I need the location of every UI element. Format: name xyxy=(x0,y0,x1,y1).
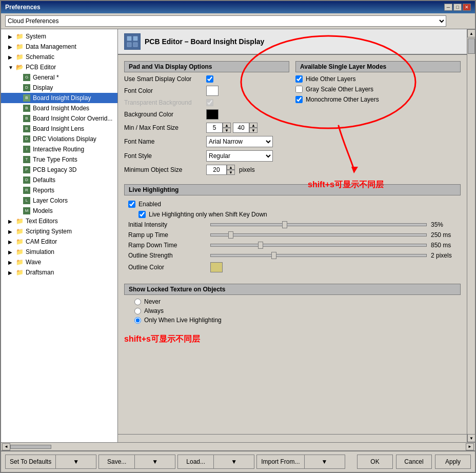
outline-strength-row: Outline Strength 2 pixels xyxy=(128,252,457,259)
sidebar-item-drc-violations-display[interactable]: D DRC Violations Display xyxy=(1,134,117,144)
min-object-down-btn[interactable]: ▼ xyxy=(227,170,235,175)
min-object-unit: pixels xyxy=(239,166,255,173)
min-object-size-label: Minimum Object Size xyxy=(124,166,206,173)
set-defaults-button[interactable]: Set To Defaults xyxy=(5,455,55,469)
sidebar-item-layer-colors[interactable]: L Layer Colors xyxy=(1,195,117,206)
load-arrow-btn[interactable]: ▼ xyxy=(213,455,254,469)
sidebar-item-label: PCB Legacy 3D xyxy=(33,166,76,173)
sidebar-item-general[interactable]: G General * xyxy=(1,72,117,83)
hide-other-layers-checkbox[interactable] xyxy=(295,75,303,83)
sidebar-item-defaults[interactable]: D Defaults xyxy=(1,175,117,185)
min-font-up-btn[interactable]: ▲ xyxy=(223,123,231,128)
sidebar-item-board-insight-lens[interactable]: B Board Insight Lens xyxy=(1,124,117,134)
sidebar-item-wave[interactable]: ▶ 📁 Wave xyxy=(1,257,117,267)
scroll-track[interactable] xyxy=(467,37,475,434)
scroll-left-btn[interactable]: ◄ xyxy=(2,443,10,450)
scroll-up-btn[interactable]: ▲ xyxy=(467,29,475,37)
gray-scale-checkbox[interactable] xyxy=(295,86,303,93)
sidebar-item-models[interactable]: M Models xyxy=(1,206,117,216)
folder-icon: 📁 xyxy=(15,268,24,277)
max-font-up-btn[interactable]: ▲ xyxy=(249,123,257,128)
h-scroll-track[interactable] xyxy=(10,445,466,449)
only-when-live-radio[interactable] xyxy=(134,317,141,324)
scroll-thumb[interactable] xyxy=(468,38,475,54)
outline-strength-track[interactable] xyxy=(210,254,427,257)
font-color-control xyxy=(206,86,219,96)
max-font-input[interactable] xyxy=(233,123,249,133)
save-arrow-btn[interactable]: ▼ xyxy=(134,455,175,469)
sidebar-item-system[interactable]: ▶ 📁 System xyxy=(1,31,117,42)
sidebar-item-schematic[interactable]: ▶ 📁 Schematic xyxy=(1,52,117,62)
vertical-scrollbar[interactable]: ▲ ▼ xyxy=(467,29,475,442)
close-button[interactable]: ✕ xyxy=(463,4,471,11)
enabled-checkbox[interactable] xyxy=(128,201,135,208)
svg-rect-2 xyxy=(133,36,137,41)
hide-other-layers-row: Hide Other Layers xyxy=(295,75,461,83)
h-scroll-thumb[interactable] xyxy=(10,445,51,449)
scroll-down-btn[interactable]: ▼ xyxy=(467,434,475,442)
h-scrollbar-track[interactable] xyxy=(118,434,467,442)
min-font-input[interactable] xyxy=(206,123,223,133)
sidebar-item-scripting-system[interactable]: ▶ 📁 Scripting System xyxy=(1,226,117,236)
never-radio[interactable] xyxy=(134,299,141,305)
min-object-up-btn[interactable]: ▲ xyxy=(227,165,235,170)
sidebar-item-label: Schematic xyxy=(26,53,54,61)
initial-intensity-track[interactable] xyxy=(210,223,427,226)
panel-header: PCB Editor – Board Insight Display xyxy=(118,29,467,55)
set-defaults-arrow-btn[interactable]: ▼ xyxy=(55,455,96,469)
sidebar-item-board-insight-color-override[interactable]: B Board Insight Color Overrid... xyxy=(1,113,117,124)
sidebar-item-display[interactable]: D Display xyxy=(1,83,117,93)
sidebar-item-cam-editor[interactable]: ▶ 📁 CAM Editor xyxy=(1,236,117,247)
spacer xyxy=(15,167,23,173)
sidebar-item-reports[interactable]: R Reports xyxy=(1,185,117,195)
ramp-down-time-track[interactable] xyxy=(210,244,427,247)
ramp-up-time-thumb[interactable] xyxy=(228,231,233,239)
min-object-input[interactable] xyxy=(206,165,227,175)
sidebar-item-text-editors[interactable]: ▶ 📁 Text Editors xyxy=(1,216,117,226)
sidebar-item-board-insight-display[interactable]: B Board Insight Display xyxy=(1,93,117,103)
single-layer-section-header: Available Single Layer Modes xyxy=(295,61,461,72)
max-font-spinbox-btns: ▲ ▼ xyxy=(249,123,257,133)
font-name-dropdown[interactable]: Arial Narrow Arial Courier New Times New… xyxy=(206,136,273,147)
sidebar-item-pcb-legacy-3d[interactable]: P PCB Legacy 3D xyxy=(1,165,117,175)
initial-intensity-thumb[interactable] xyxy=(282,221,287,228)
shift-key-checkbox[interactable] xyxy=(138,211,146,218)
sidebar-item-data-management[interactable]: ▶ 📁 Data Management xyxy=(1,42,117,52)
sidebar-h-scrollbar[interactable]: ◄ ► xyxy=(1,442,475,450)
outline-strength-thumb[interactable] xyxy=(271,252,276,259)
outline-color-box[interactable] xyxy=(210,262,223,272)
cancel-button[interactable]: Cancel xyxy=(396,455,432,469)
sidebar-item-label: System xyxy=(26,33,46,40)
sidebar-item-pcb-editor[interactable]: ▼ 📂 PCB Editor xyxy=(1,62,117,72)
max-font-down-btn[interactable]: ▼ xyxy=(249,128,257,133)
sidebar-item-board-insight-modes[interactable]: B Board Insight Modes xyxy=(1,103,117,113)
ok-button[interactable]: OK xyxy=(357,455,393,469)
font-color-box[interactable] xyxy=(206,86,219,96)
sidebar-item-interactive-routing[interactable]: I Interactive Routing xyxy=(1,144,117,154)
import-from-arrow-btn[interactable]: ▼ xyxy=(304,455,345,469)
maximize-button[interactable]: □ xyxy=(453,4,462,11)
main-content: ▶ 📁 System ▶ 📁 Data Management ▶ 📁 Schem… xyxy=(1,29,475,442)
import-from-button[interactable]: Import From... xyxy=(256,455,304,469)
ramp-down-time-thumb[interactable] xyxy=(258,242,263,249)
scroll-right-btn[interactable]: ► xyxy=(466,443,474,450)
smart-display-checkbox[interactable] xyxy=(206,75,213,83)
load-button[interactable]: Load... xyxy=(177,455,213,469)
min-font-down-btn[interactable]: ▼ xyxy=(223,128,231,133)
always-radio[interactable] xyxy=(134,308,141,314)
background-color-box[interactable] xyxy=(206,109,219,120)
sidebar-item-draftsman[interactable]: ▶ 📁 Draftsman xyxy=(1,267,117,278)
arrow-icon: ▶ xyxy=(8,219,15,224)
apply-button[interactable]: Apply xyxy=(435,455,471,469)
monochrome-checkbox[interactable] xyxy=(295,96,303,103)
cloud-preferences-dropdown[interactable]: Cloud Preferences xyxy=(5,15,446,27)
ramp-up-time-track[interactable] xyxy=(210,233,427,236)
sidebar-item-simulation[interactable]: ▶ 📁 Simulation xyxy=(1,247,117,257)
save-button[interactable]: Save... xyxy=(98,455,134,469)
font-style-dropdown[interactable]: Regular Bold Italic Bold Italic xyxy=(206,150,273,162)
svg-rect-1 xyxy=(127,36,131,41)
minimize-button[interactable]: ─ xyxy=(444,4,452,11)
pcb-icon: D xyxy=(23,176,31,184)
sidebar-item-true-type-fonts[interactable]: T True Type Fonts xyxy=(1,154,117,165)
transparent-bg-checkbox[interactable] xyxy=(206,99,213,106)
